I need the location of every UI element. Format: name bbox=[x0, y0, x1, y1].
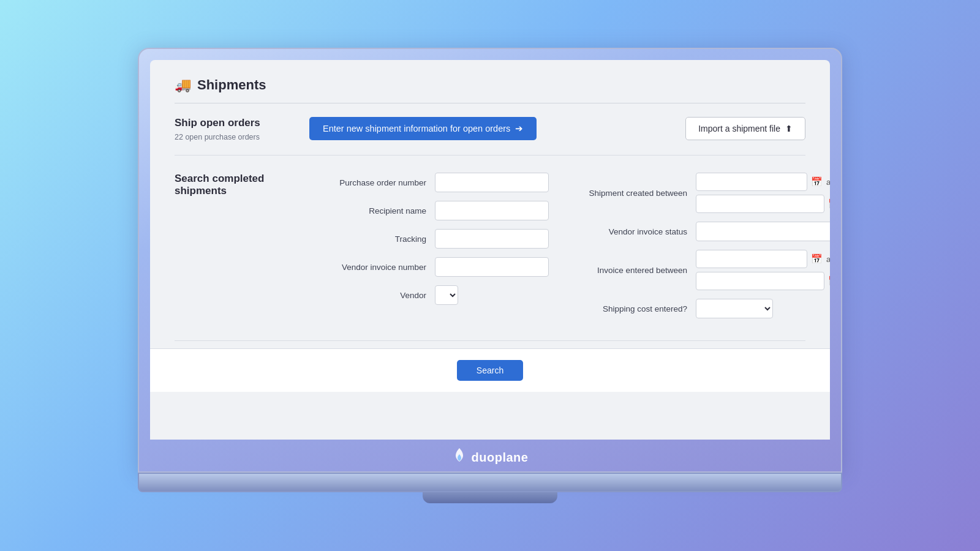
tracking-label: Tracking bbox=[322, 234, 435, 244]
shipment-created-date-group: 📅 and 📅 bbox=[696, 173, 830, 213]
and-text-2: and bbox=[826, 255, 830, 264]
left-form-col: Purchase order number Recipient name bbox=[309, 173, 561, 327]
shipment-created-date-to-row: 📅 bbox=[696, 195, 830, 213]
shipping-cost-entered-select[interactable] bbox=[696, 299, 773, 318]
search-section-title: Search completed shipments bbox=[175, 173, 295, 197]
duoplane-footer: duoplane bbox=[150, 440, 830, 471]
import-shipment-button[interactable]: Import a shipment file ⬆ bbox=[685, 117, 805, 140]
laptop-base bbox=[138, 473, 842, 492]
section-label-search: Search completed shipments bbox=[175, 173, 309, 201]
ship-section-title: Ship open orders bbox=[175, 117, 295, 129]
tracking-input[interactable] bbox=[435, 229, 549, 249]
calendar-icon-invoice-from[interactable]: 📅 bbox=[811, 253, 823, 264]
shipment-created-between-row: Shipment created between 📅 and bbox=[573, 173, 830, 213]
page-title: 🚚 Shipments bbox=[175, 77, 266, 93]
open-purchase-orders-count: 22 open purchase orders bbox=[175, 133, 295, 141]
invoice-entered-date-group: 📅 and 📅 bbox=[696, 250, 830, 290]
shipment-created-to-input[interactable] bbox=[696, 195, 824, 213]
truck-icon: 🚚 bbox=[175, 77, 191, 93]
brand-name: duoplane bbox=[472, 451, 529, 465]
section-label-ship: Ship open orders 22 open purchase orders bbox=[175, 117, 309, 141]
and-text-1: and bbox=[826, 178, 830, 187]
upload-icon: ⬆ bbox=[785, 124, 793, 133]
invoice-entered-between-label: Invoice entered between bbox=[573, 266, 696, 275]
ship-open-orders-section: Ship open orders 22 open purchase orders… bbox=[175, 117, 805, 156]
vendor-invoice-number-row: Vendor invoice number bbox=[322, 257, 549, 277]
purchase-order-number-label: Purchase order number bbox=[322, 178, 435, 187]
invoice-entered-date-to-row: 📅 bbox=[696, 272, 830, 290]
recipient-name-input[interactable] bbox=[435, 201, 549, 220]
duoplane-logo-icon bbox=[452, 447, 467, 468]
vendor-label: Vendor bbox=[322, 291, 435, 300]
vendor-select-wrapper bbox=[435, 285, 549, 305]
tracking-row: Tracking bbox=[322, 229, 549, 249]
invoice-entered-to-input[interactable] bbox=[696, 272, 824, 290]
ship-section-body: Enter new shipment information for open … bbox=[309, 117, 805, 140]
purchase-order-number-row: Purchase order number bbox=[322, 173, 549, 192]
shipping-cost-entered-row: Shipping cost entered? bbox=[573, 299, 830, 318]
recipient-name-row: Recipient name bbox=[322, 201, 549, 220]
search-footer: Search bbox=[150, 348, 830, 392]
vendor-row: Vendor bbox=[322, 285, 549, 305]
calendar-icon-to[interactable]: 📅 bbox=[828, 198, 830, 209]
vendor-invoice-number-input[interactable] bbox=[435, 257, 549, 277]
calendar-icon-invoice-to[interactable]: 📅 bbox=[828, 276, 830, 287]
arrow-icon: ➔ bbox=[515, 124, 523, 133]
invoice-entered-date-from-row: 📅 and bbox=[696, 250, 830, 268]
shipment-created-from-input[interactable] bbox=[696, 173, 807, 191]
vendor-invoice-status-row: Vendor invoice status bbox=[573, 222, 830, 241]
vendor-select[interactable] bbox=[435, 285, 458, 305]
calendar-icon-from[interactable]: 📅 bbox=[811, 176, 823, 187]
invoice-entered-from-input[interactable] bbox=[696, 250, 807, 268]
search-button[interactable]: Search bbox=[457, 360, 523, 381]
vendor-invoice-status-select[interactable] bbox=[696, 222, 830, 241]
search-form: Purchase order number Recipient name bbox=[309, 173, 830, 327]
purchase-order-number-input[interactable] bbox=[435, 173, 549, 192]
search-completed-section: Search completed shipments Purchase orde… bbox=[175, 173, 805, 341]
laptop-stand bbox=[423, 492, 557, 503]
shipping-cost-entered-label: Shipping cost entered? bbox=[573, 304, 696, 313]
enter-shipment-button[interactable]: Enter new shipment information for open … bbox=[309, 117, 537, 140]
invoice-entered-between-row: Invoice entered between 📅 and bbox=[573, 250, 830, 290]
vendor-invoice-status-label: Vendor invoice status bbox=[573, 227, 696, 236]
right-form-col: Shipment created between 📅 and bbox=[561, 173, 830, 327]
form-grid: Purchase order number Recipient name bbox=[309, 173, 830, 327]
shipment-created-date-from-row: 📅 and bbox=[696, 173, 830, 191]
vendor-invoice-number-label: Vendor invoice number bbox=[322, 263, 435, 272]
shipment-created-between-label: Shipment created between bbox=[573, 189, 696, 198]
recipient-name-label: Recipient name bbox=[322, 206, 435, 216]
